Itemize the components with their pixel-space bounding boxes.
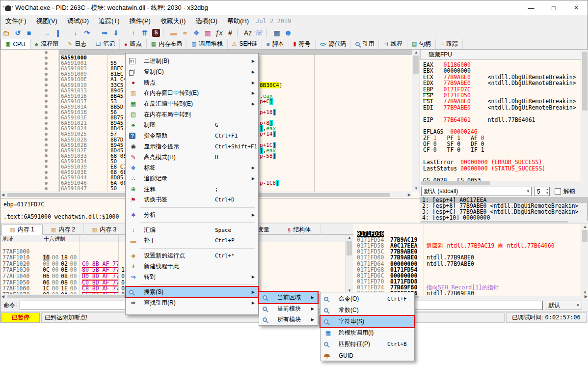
- view-tab[interactable]: ♣ 流程图: [30, 39, 63, 49]
- menu-bar-item[interactable]: 调试(D): [62, 15, 94, 27]
- submenu-item[interactable]: GUID: [321, 350, 414, 361]
- pause-icon[interactable]: ∥: [53, 28, 63, 38]
- registers-vscrollbar[interactable]: [581, 50, 588, 186]
- submenu-item[interactable]: 当前模块 ▶: [259, 303, 318, 314]
- context-menu-item[interactable]: ▤ 在内存布局中转到: [126, 109, 258, 120]
- context-menu-item[interactable]: ▥ 在内存窗口中转到(E) ▶: [126, 88, 258, 99]
- view-tab[interactable]: ▮ 符号: [289, 39, 316, 49]
- context-menu-item[interactable]: ✎ 高亮模式(H) H: [126, 152, 258, 163]
- calculator-icon[interactable]: ▦: [271, 28, 282, 38]
- stack-row[interactable]: 0171FD70 77B69F80 ntdll.77B69F80: [353, 273, 581, 279]
- menu-bar-item[interactable]: 帮助(H): [222, 15, 254, 27]
- calling-convention-select[interactable]: 默认 (stdcall) ▼: [421, 187, 532, 196]
- run-until-icon[interactable]: ⇈: [139, 28, 150, 38]
- context-menu-item[interactable]: ❖ 标签 ▶: [126, 163, 258, 173]
- context-menu-item[interactable]: ∴ 追踪记录 ▶: [126, 173, 258, 184]
- context-menu-item[interactable]: ▦ 在反汇编中转到(E) ▶: [126, 99, 258, 110]
- view-tab[interactable]: ▣ CPU: [0, 39, 30, 49]
- context-menu-item[interactable]: 01 二进制(B) ▶: [126, 56, 258, 67]
- compare-icon[interactable]: ≈: [180, 28, 190, 38]
- context-menu-item[interactable]: ⊕ 注释 ;: [126, 184, 258, 195]
- menu-bar-item[interactable]: 文件(F): [0, 15, 31, 27]
- modules-hash-icon[interactable]: #: [225, 28, 236, 38]
- context-menu-item[interactable]: ↓ 汇编 Space: [126, 225, 258, 235]
- submenu-item[interactable]: 字符串(S): [321, 316, 414, 327]
- menu-bar-item[interactable]: 收藏夹(I): [156, 15, 190, 27]
- stack-row[interactable]: 0171FD78 00000000: [353, 284, 581, 290]
- view-tab[interactable]: <> 源代码: [316, 39, 351, 49]
- registers-panel[interactable]: 隐藏FPU EAX 01186000EBX 00000000ECX 77B9AB…: [420, 50, 588, 198]
- execute-till-return-icon[interactable]: ↑: [128, 28, 139, 38]
- menu-bar-item[interactable]: 选项(O): [190, 15, 222, 27]
- view-tab[interactable]: ▥ 调用堆栈: [187, 39, 227, 49]
- register-row[interactable]: CF 0 TF 0 IF 1: [423, 147, 581, 153]
- context-menu-item[interactable]: ⇒ 转到 ▶: [126, 272, 258, 283]
- view-tab[interactable]: ● 断点: [120, 39, 147, 49]
- stack-panel[interactable]: 0171FD50 77B9AC19 返回到 ntdll.77B9AC19 自 n…: [353, 224, 588, 299]
- memory-tab[interactable]: ▥ 内存 3: [84, 225, 125, 235]
- step-out-icon[interactable]: ⇓: [110, 28, 121, 38]
- menu-bar-item[interactable]: 追踪(T): [94, 15, 125, 27]
- context-menu-item[interactable]: 搜索(S) ▶: [126, 287, 258, 298]
- hide-fpu-button[interactable]: 隐藏FPU: [420, 50, 588, 60]
- view-tab[interactable]: ❏ 笔记: [91, 39, 120, 49]
- context-menu-item[interactable]: ◉ 显示指令提示 Ctrl+Shift+F1: [126, 142, 258, 152]
- register-row[interactable]: LastStatus 00000000 (STATUS_SUCCESS): [423, 166, 581, 171]
- context-menu-item[interactable]: ∗ 设置新的运行点 Ctrl+*: [126, 251, 258, 261]
- notes-icon[interactable]: ❖: [191, 28, 202, 38]
- scylla-icon[interactable]: S: [151, 28, 161, 38]
- context-menu-item[interactable]: ∗ 分析 ▶: [126, 210, 258, 221]
- stack-row[interactable]: 0171FD60 00000000: [353, 249, 581, 255]
- context-menu-item[interactable]: ⚑ 切换书签 Ctrl+D: [126, 195, 258, 205]
- step-into-icon[interactable]: ↓: [70, 28, 81, 38]
- context-menu-item[interactable]: ∞ 查找引用(R) ▶: [126, 297, 258, 308]
- submenu-item[interactable]: 所有模块 ▶: [259, 314, 318, 325]
- submenu-item[interactable]: ▦ 跨模块调用(I): [321, 327, 414, 339]
- memory-tab[interactable]: ▥ 内存 1: [1, 225, 43, 235]
- stack-row[interactable]: 0171FD68 00000000: [353, 261, 581, 267]
- register-row[interactable]: EIP 77B64061 ntdll.77B64061: [423, 117, 581, 123]
- view-tab[interactable]: ▦ 内存布局: [147, 39, 187, 49]
- toolbar-icon[interactable]: [163, 28, 166, 37]
- assemble-az-icon[interactable]: Az: [242, 28, 253, 38]
- stack-row[interactable]: 0171FD74 D60FE6D6: [353, 279, 581, 284]
- submenu-item[interactable]: 当前区域 ▶: [259, 292, 318, 303]
- arg-count-stepper[interactable]: 5 ▲▼: [534, 187, 550, 196]
- open-file-icon[interactable]: 🗀: [1, 28, 12, 38]
- stack-row[interactable]: 0171FD50 77B9AC19 返回到 ntdll.77B9AC19 自 n…: [353, 225, 581, 231]
- favourites-icon[interactable]: ▥: [202, 28, 213, 38]
- view-tab[interactable]: ∴ 跟踪: [436, 39, 463, 49]
- step-over-icon[interactable]: ↷: [81, 28, 92, 38]
- toolbar-icon[interactable]: [65, 28, 68, 37]
- view-tab[interactable]: ✎ 日志: [63, 39, 91, 49]
- toolbar-icon[interactable]: [94, 28, 97, 37]
- stop-icon[interactable]: ■: [24, 28, 34, 38]
- patch-icon[interactable]: ▬: [168, 28, 179, 38]
- restart-icon[interactable]: ↺: [12, 28, 23, 38]
- stack-row[interactable]: 0171FD58 77B9ABE0 ntdll.77B9ABE0: [353, 237, 581, 243]
- stack-row[interactable]: 0171FD54 A0C17EEA: [353, 231, 581, 237]
- stack-row[interactable]: 0171FD5C 77B9ABE0 ntdll.77B9ABE0: [353, 243, 581, 249]
- run-icon[interactable]: →: [41, 28, 52, 38]
- submenu-item[interactable]: 匹配特征(P) Ctrl+B: [321, 339, 414, 350]
- stack-vscrollbar[interactable]: ▲ ▼: [581, 224, 588, 296]
- toolbar-icon[interactable]: [36, 28, 39, 37]
- submenu-item[interactable]: 常数(C): [321, 305, 414, 316]
- internet-icon[interactable]: ⊛: [283, 28, 294, 38]
- toolbar-icon[interactable]: [237, 28, 241, 37]
- script-fx-icon[interactable]: ƒx: [214, 28, 224, 38]
- memory-vscrollbar[interactable]: ▲ ▼: [345, 235, 353, 294]
- stack-row[interactable]: 0171FD6C 0171FDD8 指向SEH_Record[1]的指针: [353, 267, 581, 273]
- context-menu-item[interactable]: [126, 246, 258, 251]
- maximize-button[interactable]: □: [542, 0, 565, 15]
- context-menu-item[interactable]: 复制(C) ▶: [126, 67, 258, 78]
- run-to-user-code-icon[interactable]: ⇒: [99, 28, 110, 38]
- context-menu-item[interactable]: [126, 205, 258, 210]
- context-menu-item[interactable]: ● 断点 ▶: [126, 77, 258, 88]
- register-row[interactable]: EDI 77B9ABE0 <ntdll.DbgUiRemoteBreakin>: [423, 105, 581, 111]
- view-tab[interactable]: ≡ 脚本: [262, 39, 289, 49]
- context-menu-item[interactable]: ▬ 补丁 Ctrl+P: [126, 235, 258, 246]
- view-tab[interactable]: ⇉ 线程: [379, 39, 407, 49]
- context-menu-item[interactable]: ? 指令帮助 Ctrl+F1: [126, 131, 258, 142]
- close-button[interactable]: ×: [565, 0, 588, 15]
